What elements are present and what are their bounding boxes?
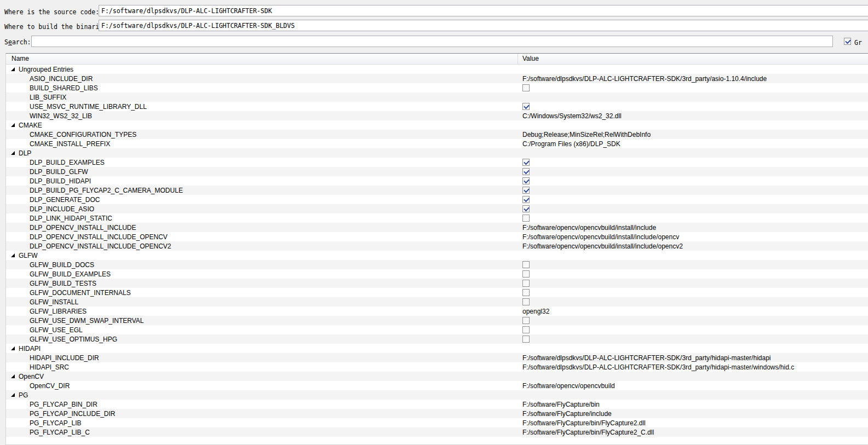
value-cell[interactable] xyxy=(518,251,868,260)
build-binaries-input[interactable] xyxy=(99,20,868,31)
value-cell[interactable]: F:/software/FlyCapture/bin/FlyCapture2.d… xyxy=(518,418,868,427)
value-cell[interactable]: F:/software/dlpsdkvs/DLP-ALC-LIGHTCRAFTE… xyxy=(518,362,868,372)
name-cell[interactable]: DLP_OPENCV_INSTALL_INCLUDE_OPENCV xyxy=(6,232,518,241)
value-text[interactable]: F:/software/dlpsdkvs/DLP-ALC-LIGHTCRAFTE… xyxy=(522,75,767,83)
name-cell[interactable]: HIDAPI_SRC xyxy=(6,362,518,372)
column-header-name[interactable]: Name xyxy=(6,54,518,64)
name-cell[interactable]: GLFW_BUILD_DOCS xyxy=(6,260,518,269)
table-row[interactable]: HIDAPI xyxy=(6,344,868,353)
table-row[interactable]: GLFW_INSTALL xyxy=(6,297,868,307)
value-cell[interactable] xyxy=(518,102,868,111)
source-code-input[interactable] xyxy=(99,5,868,16)
table-row[interactable]: PG_FLYCAP_LIB F:/software/FlyCapture/bin… xyxy=(6,418,868,427)
table-row[interactable]: USE_MSVC_RUNTIME_LIBRARY_DLL xyxy=(6,102,868,111)
table-row[interactable]: Ungrouped Entries xyxy=(6,65,868,74)
value-text[interactable]: opengl32 xyxy=(522,308,549,315)
value-checkbox[interactable] xyxy=(522,159,530,166)
table-row[interactable]: PG_FLYCAP_INCLUDE_DIR F:/software/FlyCap… xyxy=(6,409,868,418)
name-cell[interactable]: Ungrouped Entries xyxy=(6,65,518,74)
table-row[interactable]: PG xyxy=(6,390,868,400)
table-row[interactable]: CMAKE xyxy=(6,120,868,130)
value-checkbox[interactable] xyxy=(522,177,530,184)
collapse-triangle-icon[interactable] xyxy=(11,253,15,257)
value-cell[interactable]: F:/software/opencv/opencvbuild/install/i… xyxy=(518,232,868,241)
value-cell[interactable] xyxy=(518,279,868,288)
value-cell[interactable]: opengl32 xyxy=(518,307,868,316)
name-cell[interactable]: DLP_BUILD_GLFW xyxy=(6,167,518,176)
table-row[interactable]: GLFW_BUILD_EXAMPLES xyxy=(6,269,868,279)
name-cell[interactable]: USE_MSVC_RUNTIME_LIBRARY_DLL xyxy=(6,102,518,111)
value-checkbox[interactable] xyxy=(522,270,530,278)
value-cell[interactable]: F:/software/opencv/opencvbuild/install/i… xyxy=(518,223,868,232)
value-checkbox[interactable] xyxy=(522,289,530,296)
name-cell[interactable]: DLP xyxy=(6,148,518,158)
value-checkbox[interactable] xyxy=(522,317,530,324)
value-cell[interactable] xyxy=(518,316,868,325)
name-cell[interactable]: GLFW_DOCUMENT_INTERNALS xyxy=(6,288,518,297)
name-cell[interactable]: DLP_LINK_HIDAPI_STATIC xyxy=(6,213,518,223)
value-cell[interactable]: F:/software/FlyCapture/bin xyxy=(518,400,868,409)
table-row[interactable]: PG_FLYCAP_BIN_DIR F:/software/FlyCapture… xyxy=(6,400,868,409)
value-cell[interactable] xyxy=(518,213,868,223)
value-checkbox[interactable] xyxy=(522,205,530,212)
table-row[interactable]: WIN32_WS2_32_LIB C:/Windows/System32/ws2… xyxy=(6,111,868,120)
value-text[interactable]: F:/software/opencv/opencvbuild xyxy=(522,382,615,390)
column-header-value[interactable]: Value xyxy=(518,54,868,64)
name-cell[interactable]: OpenCV xyxy=(6,372,518,381)
table-row[interactable]: HIDAPI_INCLUDE_DIR F:/software/dlpsdkvs/… xyxy=(6,353,868,362)
name-cell[interactable]: CMAKE_CONFIGURATION_TYPES xyxy=(6,130,518,139)
table-row[interactable]: DLP xyxy=(6,148,868,158)
table-row[interactable]: OpenCV_DIR F:/software/opencv/opencvbuil… xyxy=(6,381,868,390)
value-cell[interactable]: F:/software/opencv/opencvbuild xyxy=(518,381,868,390)
name-cell[interactable]: GLFW_USE_DWM_SWAP_INTERVAL xyxy=(6,316,518,325)
value-cell[interactable] xyxy=(518,344,868,353)
value-cell[interactable] xyxy=(518,269,868,279)
value-cell[interactable] xyxy=(518,148,868,158)
value-text[interactable]: C:/Windows/System32/ws2_32.dll xyxy=(522,112,622,120)
name-cell[interactable]: GLFW_INSTALL xyxy=(6,297,518,307)
name-cell[interactable]: GLFW xyxy=(6,251,518,260)
name-cell[interactable]: GLFW_LIBRARIES xyxy=(6,307,518,316)
value-checkbox[interactable] xyxy=(522,168,530,175)
name-cell[interactable]: HIDAPI_INCLUDE_DIR xyxy=(6,353,518,362)
name-cell[interactable]: PG_FLYCAP_INCLUDE_DIR xyxy=(6,409,518,418)
table-row[interactable]: DLP_BUILD_HIDAPI xyxy=(6,176,868,186)
name-cell[interactable]: GLFW_USE_OPTIMUS_HPG xyxy=(6,334,518,344)
table-row[interactable]: GLFW_BUILD_DOCS xyxy=(6,260,868,269)
value-text[interactable]: F:/software/FlyCapture/bin/FlyCapture2_C… xyxy=(522,429,654,436)
name-cell[interactable]: HIDAPI xyxy=(6,344,518,353)
grouped-checkbox[interactable] xyxy=(844,38,851,45)
value-cell[interactable]: C:/Windows/System32/ws2_32.dll xyxy=(518,111,868,120)
table-row[interactable]: DLP_OPENCV_INSTALL_INCLUDE_OPENCV2 F:/so… xyxy=(6,241,868,251)
value-cell[interactable]: F:/software/opencv/opencvbuild/install/i… xyxy=(518,241,868,251)
name-cell[interactable]: GLFW_USE_EGL xyxy=(6,325,518,334)
name-cell[interactable]: CMAKE_INSTALL_PREFIX xyxy=(6,139,518,148)
name-cell[interactable]: GLFW_BUILD_TESTS xyxy=(6,279,518,288)
table-row[interactable]: BUILD_SHARED_LIBS xyxy=(6,83,868,93)
value-cell[interactable] xyxy=(518,93,868,102)
value-cell[interactable] xyxy=(518,186,868,195)
table-row[interactable]: GLFW_BUILD_TESTS xyxy=(6,279,868,288)
value-cell[interactable] xyxy=(518,297,868,307)
value-cell[interactable] xyxy=(518,372,868,381)
value-cell[interactable]: F:/software/FlyCapture/include xyxy=(518,409,868,418)
table-row[interactable]: DLP_OPENCV_INSTALL_INCLUDE F:/software/o… xyxy=(6,223,868,232)
collapse-triangle-icon[interactable] xyxy=(11,123,15,127)
value-text[interactable]: F:/software/opencv/opencvbuild/install/i… xyxy=(522,233,679,241)
value-checkbox[interactable] xyxy=(522,336,530,343)
value-cell[interactable] xyxy=(518,176,868,186)
value-checkbox[interactable] xyxy=(522,326,530,333)
table-row[interactable]: DLP_GENERATE_DOC xyxy=(6,195,868,204)
value-cell[interactable] xyxy=(518,120,868,130)
value-text[interactable]: F:/software/dlpsdkvs/DLP-ALC-LIGHTCRAFTE… xyxy=(522,354,771,362)
value-cell[interactable] xyxy=(518,325,868,334)
name-cell[interactable]: DLP_BUILD_EXAMPLES xyxy=(6,158,518,167)
value-cell[interactable]: F:/software/dlpsdkvs/DLP-ALC-LIGHTCRAFTE… xyxy=(518,353,868,362)
value-cell[interactable] xyxy=(518,158,868,167)
table-row[interactable]: DLP_OPENCV_INSTALL_INCLUDE_OPENCV F:/sof… xyxy=(6,232,868,241)
value-cell[interactable]: Debug;Release;MinSizeRel;RelWithDebInfo xyxy=(518,130,868,139)
value-cell[interactable] xyxy=(518,65,868,74)
table-row[interactable]: CMAKE_INSTALL_PREFIX C:/Program Files (x… xyxy=(6,139,868,148)
value-text[interactable]: F:/software/dlpsdkvs/DLP-ALC-LIGHTCRAFTE… xyxy=(522,363,794,371)
collapse-triangle-icon[interactable] xyxy=(11,346,15,350)
